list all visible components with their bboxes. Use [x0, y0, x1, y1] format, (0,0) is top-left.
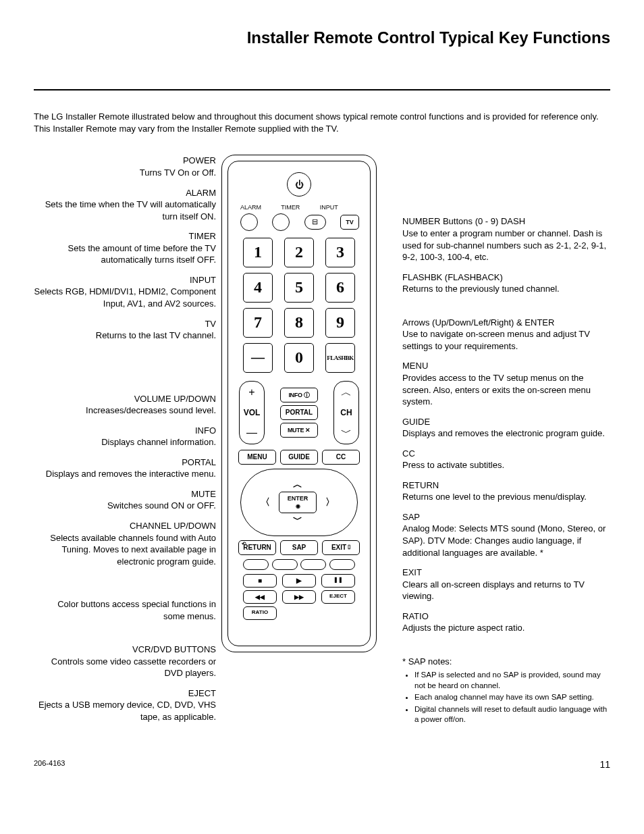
sap-note-1: If SAP is selected and no SAP is provide…: [414, 670, 610, 691]
fastforward-button[interactable]: ▶▶: [282, 590, 316, 604]
channel-rocker[interactable]: ︿ CH ﹀: [333, 381, 359, 444]
cc-head: CC: [402, 448, 610, 460]
flash-body: Returns to the previously tuned channel.: [402, 283, 610, 295]
num-2-button[interactable]: 2: [284, 238, 314, 267]
return-body: Returns one level to the previous menu/d…: [402, 491, 610, 503]
num-7-button[interactable]: 7: [243, 308, 273, 338]
vol-down-icon: —: [246, 427, 257, 438]
num-5-button[interactable]: 5: [284, 273, 314, 303]
flashbk-button[interactable]: FLASHBK: [325, 343, 355, 373]
eject-head: EJECT: [34, 687, 216, 700]
left-descriptions: POWERTurns TV On or Off. ALARMSets the t…: [34, 155, 216, 731]
arrow-down-button[interactable]: ﹀: [293, 513, 302, 526]
mute-head: MUTE: [34, 488, 216, 500]
arrow-up-button[interactable]: ︿: [293, 478, 302, 491]
power-button[interactable]: ⏻: [287, 172, 311, 197]
num-1-button[interactable]: 1: [243, 238, 273, 267]
play-button[interactable]: ▶: [282, 574, 316, 588]
input-label: INPUT: [320, 203, 338, 211]
power-body: Turns TV On or Off.: [34, 167, 216, 179]
num-3-button[interactable]: 3: [325, 238, 355, 267]
vcr-body: Controls some video cassette recorders o…: [34, 656, 216, 679]
exit-button[interactable]: EXIT▯: [322, 540, 360, 555]
cc-button[interactable]: CC: [322, 450, 360, 465]
sap-notes-head: * SAP notes:: [402, 656, 610, 668]
info-head: INFO: [34, 425, 216, 437]
timer-button[interactable]: [272, 213, 290, 231]
timer-label: TIMER: [281, 203, 300, 211]
page-number: 11: [599, 758, 610, 771]
sap-notes: * SAP notes: If SAP is selected and no S…: [402, 656, 610, 725]
vol-up-icon: +: [248, 387, 254, 398]
page-title: Installer Remote Control Typical Key Fun…: [34, 27, 610, 49]
horizontal-rule: [34, 89, 610, 90]
intro-paragraph: The LG Installer Remote illustrated belo…: [34, 111, 610, 134]
exit-body: Clears all on-screen displays and return…: [402, 579, 610, 602]
num-8-button[interactable]: 8: [284, 308, 314, 338]
ch-down-icon: ﹀: [341, 427, 352, 438]
vol-head: VOLUME UP/DOWN: [34, 393, 216, 405]
guide-button[interactable]: GUIDE: [280, 450, 318, 465]
enter-button[interactable]: ENTER◉: [279, 492, 317, 513]
num-4-button[interactable]: 4: [243, 273, 273, 303]
arrow-left-button[interactable]: 〈: [261, 496, 270, 509]
vol-label: VOL: [244, 407, 261, 418]
color-red-button[interactable]: [243, 559, 269, 570]
ratio-button[interactable]: RATIO: [243, 606, 277, 620]
alarm-head: ALARM: [34, 187, 216, 199]
ch-up-icon: ︿: [341, 387, 352, 398]
arrows-body: Use to navigate on-screen menus and adju…: [402, 328, 610, 352]
alarm-body: Sets the time when the TV will automatic…: [34, 199, 216, 222]
tv-body: Returns to the last TV channel.: [34, 330, 216, 342]
right-descriptions: NUMBER Buttons (0 - 9) DASHUse to enter …: [382, 155, 610, 726]
sap-body: Analog Mode: Selects MTS sound (Mono, St…: [402, 523, 610, 558]
volume-rocker[interactable]: + VOL —: [239, 381, 265, 444]
ch-body: Selects available channels found with Au…: [34, 532, 216, 568]
guide-head: GUIDE: [402, 416, 610, 428]
return-head: RETURN: [402, 479, 610, 492]
doc-number: 206-4163: [34, 758, 65, 771]
portal-body: Displays and removes the interactive men…: [34, 468, 216, 480]
exit-head: EXIT: [402, 567, 610, 579]
sap-button[interactable]: SAP: [280, 540, 318, 555]
alarm-button[interactable]: [240, 213, 258, 231]
num-0-button[interactable]: 0: [284, 343, 314, 373]
input-button[interactable]: ⊟: [304, 215, 326, 230]
alarm-label: ALARM: [240, 203, 261, 211]
power-head: POWER: [34, 155, 216, 167]
pause-button[interactable]: ❚❚: [321, 574, 355, 588]
timer-head: TIMER: [34, 230, 216, 242]
num-9-button[interactable]: 9: [325, 308, 355, 338]
menu-button[interactable]: MENU: [238, 450, 276, 465]
color-yellow-button[interactable]: [300, 559, 326, 570]
return-button[interactable]: ↶ RETURN: [238, 540, 276, 555]
arrow-right-button[interactable]: 〉: [325, 496, 335, 509]
color-green-button[interactable]: [272, 559, 298, 570]
color-body: Color buttons access special functions i…: [34, 598, 216, 622]
info-body: Displays channel information.: [34, 436, 216, 448]
dpad: ︿ 〈 ENTER◉ 〉 ﹀: [240, 469, 358, 536]
stop-button[interactable]: ■: [243, 574, 277, 588]
rewind-button[interactable]: ◀◀: [243, 590, 277, 604]
arrows-head: Arrows (Up/Down/Left/Right) & ENTER: [402, 317, 610, 329]
input-head: INPUT: [34, 274, 216, 286]
info-button[interactable]: INFO ⓘ: [280, 388, 318, 402]
eject-button[interactable]: EJECT: [321, 590, 355, 604]
guide-body: Displays and removes the electronic prog…: [402, 427, 610, 440]
num-6-button[interactable]: 6: [325, 273, 355, 303]
ch-head: CHANNEL UP/DOWN: [34, 520, 216, 532]
remote-diagram: ⏻ ALARM TIMER INPUT ⊟ TV 1: [221, 155, 377, 652]
sap-note-2: Each analog channel may have its own SAP…: [414, 692, 610, 703]
vcr-head: VCR/DVD BUTTONS: [34, 644, 216, 656]
portal-head: PORTAL: [34, 457, 216, 469]
mute-button[interactable]: MUTE ✕: [280, 423, 318, 438]
tv-button[interactable]: TV: [340, 215, 359, 230]
sap-note-3: Digital channels will reset to default a…: [414, 704, 610, 725]
menu-body: Provides access to the TV setup menus on…: [402, 372, 610, 408]
num-body: Use to enter a program number or channel…: [402, 228, 610, 263]
portal-button[interactable]: PORTAL: [280, 405, 318, 420]
color-blue-button[interactable]: [329, 559, 355, 570]
vol-body: Increases/decreases sound level.: [34, 405, 216, 417]
flash-head: FLASHBK (FLASHBACK): [402, 271, 610, 284]
dash-button[interactable]: —: [243, 343, 273, 373]
